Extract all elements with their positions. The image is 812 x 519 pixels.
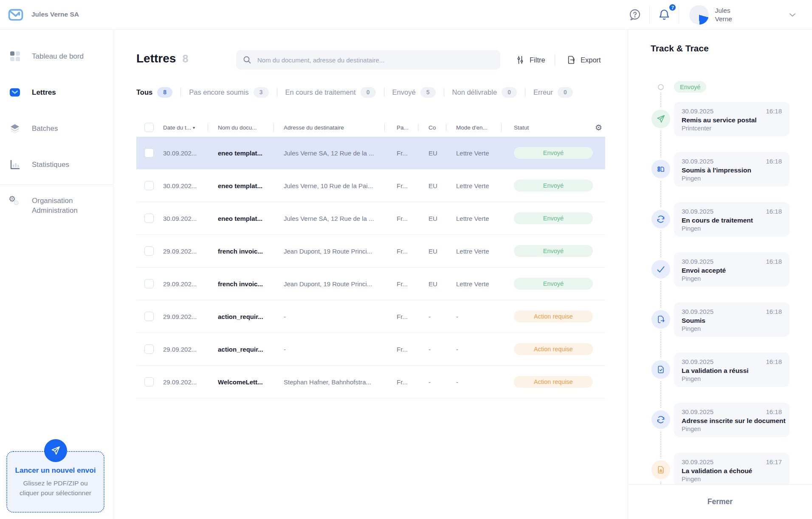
top-bar: Jules Verne SA 7	[0, 0, 812, 30]
company-name: Jules Verne SA	[31, 11, 79, 18]
search-icon	[243, 56, 251, 64]
row-checkbox[interactable]	[144, 246, 154, 256]
gears-icon: ⚙ ⚙	[9, 196, 20, 207]
sort-desc-icon: ▾	[193, 125, 195, 130]
row-checkbox[interactable]	[144, 344, 154, 354]
sliders-icon	[516, 55, 525, 65]
tab-erreur[interactable]: Erreur0	[533, 87, 573, 98]
app-window: Jules Verne SA 7	[0, 0, 812, 519]
row-checkbox[interactable]	[144, 214, 154, 223]
timeline-event: 30.09.202516:18 Remis au service postal …	[674, 102, 789, 136]
top-bar-actions: 7 Jules Verne	[626, 0, 808, 30]
timeline-start-dot	[658, 84, 664, 90]
search-input[interactable]	[257, 56, 493, 64]
layers-icon	[9, 123, 20, 134]
close-panel-button[interactable]: Fermer	[708, 497, 733, 506]
sidebar-item-letters[interactable]: Lettres	[0, 74, 113, 110]
brand: Jules Verne SA	[6, 5, 79, 24]
sidebar-item-batches[interactable]: Batches	[0, 110, 113, 147]
filter-button[interactable]: Filtre	[516, 50, 545, 70]
row-checkbox[interactable]	[144, 312, 154, 321]
tab-non-delivrable[interactable]: Non délivrable0	[452, 87, 517, 98]
envelope-icon	[9, 87, 20, 98]
page-title-count: 8	[182, 53, 188, 65]
timeline-event: 30.09.202516:18 En cours de traitement P…	[674, 202, 789, 237]
notifications-button[interactable]: 7	[655, 6, 674, 24]
table-row[interactable]: 29.09.202... WelcomeLett... Stephan Hafn…	[136, 366, 605, 398]
page-title: Lettres	[136, 52, 176, 65]
table-header: Date du t...▾ Nom du docu... Adresse du …	[136, 118, 605, 137]
timeline-event: 30.09.202516:18 Adresse inscrite sur le …	[674, 403, 789, 437]
table-row[interactable]: 30.09.202... eneo templat... Jules Verne…	[136, 202, 605, 235]
status-badge: Envoyé	[514, 278, 593, 290]
status-tabs: Tous8 Pas encore soumis3 En cours de tra…	[136, 85, 573, 99]
refresh-icon	[651, 410, 670, 429]
tab-envoye[interactable]: Envoyé5	[392, 87, 436, 98]
table-row[interactable]: 30.09.202... eneo templat... Jules Verne…	[136, 137, 605, 169]
row-checkbox[interactable]	[144, 148, 154, 158]
export-file-icon	[567, 55, 576, 65]
app-logo-envelope-icon[interactable]	[6, 5, 25, 24]
divider	[555, 54, 555, 66]
divider	[649, 6, 650, 24]
timeline-event: 30.09.202516:18 Soumis Pingen	[674, 302, 789, 337]
paper-plane-icon	[44, 439, 67, 462]
dropzone-title: Lancer un nouvel envoi	[7, 466, 104, 475]
table-row[interactable]: 29.09.202... french invoic... Jean Dupon…	[136, 235, 605, 268]
status-badge: Envoyé	[514, 212, 593, 224]
letters-table: Date du t...▾ Nom du docu... Adresse du …	[136, 118, 605, 398]
avatar	[689, 5, 709, 25]
tab-tous[interactable]: Tous8	[136, 87, 172, 98]
file-warning-icon	[651, 460, 670, 479]
sidebar-item-dashboard[interactable]: Tableau de bord	[0, 38, 113, 74]
file-export-icon	[651, 310, 670, 329]
column-header-date[interactable]: Date du t...▾	[163, 124, 195, 131]
user-menu-chevron-down-icon[interactable]	[783, 6, 802, 24]
notification-count-badge: 7	[668, 3, 677, 11]
bar-chart-icon	[9, 159, 20, 170]
current-status-badge: Envoyé	[674, 81, 706, 93]
track-trace-panel: Track & Trace Envoyé 30.09.202516:18 Rem…	[628, 30, 812, 519]
file-check-icon	[651, 360, 670, 379]
sidebar-item-organisation-administration[interactable]: ⚙ ⚙ Organisation Administration	[0, 185, 113, 215]
status-badge: Action requise	[514, 310, 593, 322]
status-badge: Action requise	[514, 343, 593, 355]
select-all-checkbox[interactable]	[144, 123, 154, 132]
status-badge: Action requise	[514, 376, 593, 388]
column-header-address: Adresse du destinataire	[284, 124, 344, 131]
help-button[interactable]	[626, 6, 644, 24]
user-name: Jules Verne	[715, 6, 732, 23]
main-content: Lettres 8 Filtre	[114, 30, 627, 519]
export-button[interactable]: Export	[567, 50, 601, 70]
row-checkbox[interactable]	[144, 181, 154, 190]
dropzone-hint: Glissez le PDF/ZIP ou cliquer pour sélec…	[7, 478, 104, 498]
column-header-co: Co	[429, 124, 436, 131]
table-row[interactable]: 29.09.202... action_requir... - Fr... - …	[136, 300, 605, 333]
panel-footer: Fermer	[628, 484, 812, 519]
column-header-name: Nom du docu...	[218, 124, 257, 131]
column-header-mode: Mode d'en...	[456, 124, 488, 131]
sidebar-item-statistics[interactable]: Statistiques	[0, 147, 113, 183]
send-icon	[651, 110, 670, 128]
table-row[interactable]: 29.09.202... french invoic... Jean Dupon…	[136, 268, 605, 300]
row-checkbox[interactable]	[144, 377, 154, 386]
sidebar: Tableau de bord Lettres	[0, 30, 113, 519]
table-row[interactable]: 29.09.202... action_requir... - Fr... - …	[136, 333, 605, 366]
bell-icon	[658, 8, 671, 21]
search-bar	[236, 50, 500, 70]
divider	[679, 6, 679, 24]
new-shipment-dropzone[interactable]: Lancer un nouvel envoi Glissez le PDF/ZI…	[6, 451, 104, 513]
printer-icon	[651, 160, 670, 178]
status-badge: Envoyé	[514, 245, 593, 257]
dashboard-grid-icon	[9, 51, 20, 62]
status-badge: Envoyé	[514, 147, 593, 159]
timeline-event: 30.09.202516:18 La validation a réussi P…	[674, 353, 789, 387]
row-checkbox[interactable]	[144, 279, 154, 288]
column-header-pa: Pa...	[397, 124, 409, 131]
tab-en-cours-de-traitement[interactable]: En cours de traitement0	[285, 87, 376, 98]
table-row[interactable]: 30.09.202... eneo templat... Jules Verne…	[136, 169, 605, 202]
tab-pas-encore-soumis[interactable]: Pas encore soumis3	[189, 87, 268, 98]
user-menu[interactable]: Jules Verne	[689, 5, 732, 25]
timeline-event: 30.09.202516:18 Soumis à l'impression Pi…	[674, 152, 789, 186]
table-settings-gear-icon[interactable]: ⚙	[595, 123, 602, 133]
